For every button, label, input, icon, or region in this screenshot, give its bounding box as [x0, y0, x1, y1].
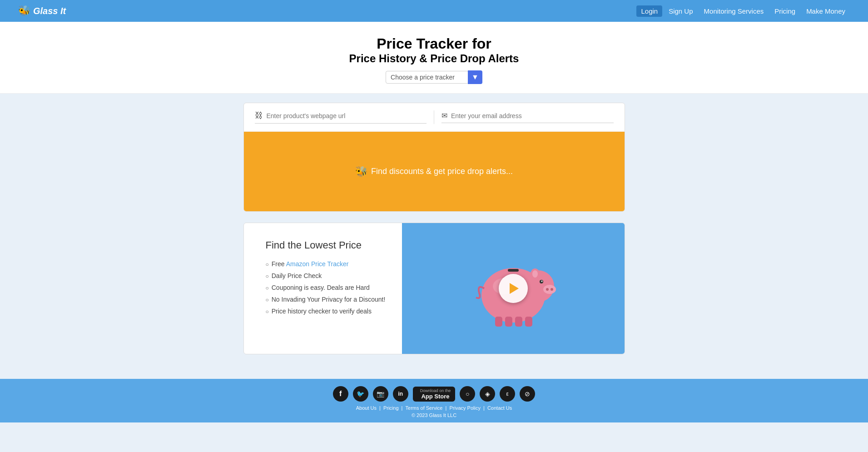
logo-bee-icon: 🐝: [18, 5, 30, 17]
url-input[interactable]: [267, 112, 427, 119]
footer-icons-row: f 🐦 📷 in Download on the App Store ○ ◈ ε…: [9, 386, 859, 402]
svg-rect-12: [515, 317, 522, 327]
lower-left-panel: Find the Lowest Price Free Amazon Price …: [244, 223, 402, 354]
orange-banner: 🐝 Find discounts & get price drop alerts…: [244, 132, 625, 211]
footer-copyright: © 2023 Glass It LLC: [9, 412, 859, 418]
nav-login[interactable]: Login: [636, 5, 662, 17]
orange-banner-label: Find discounts & get price drop alerts..…: [371, 167, 513, 176]
tracker-select-wrap: Choose a price tracker Amazon eBay Walma…: [386, 70, 482, 84]
email-input-group: ✉: [441, 111, 614, 123]
lower-heading: Find the Lowest Price: [266, 239, 386, 251]
instagram-icon[interactable]: 📷: [373, 386, 388, 402]
nav-monitoring[interactable]: Monitoring Services: [699, 5, 769, 17]
social5-icon[interactable]: ○: [460, 386, 475, 402]
play-triangle-icon: [510, 283, 519, 294]
footer-about-link[interactable]: About Us: [356, 405, 377, 411]
svg-point-5: [546, 288, 549, 291]
logo-text: Glass It: [33, 6, 66, 16]
social6-icon[interactable]: ◈: [480, 386, 495, 402]
linkedin-icon[interactable]: in: [393, 386, 408, 402]
video-play-button[interactable]: [499, 274, 528, 303]
main-nav: Login Sign Up Monitoring Services Pricin…: [636, 5, 850, 17]
svg-rect-10: [495, 317, 502, 327]
svg-point-8: [541, 281, 542, 282]
amazon-tracker-link[interactable]: Amazon Price Tracker: [286, 260, 349, 268]
feature-text-2: Daily Price Check: [272, 272, 322, 279]
email-input[interactable]: [451, 112, 614, 119]
nav-signup[interactable]: Sign Up: [664, 5, 697, 17]
site-footer: f 🐦 📷 in Download on the App Store ○ ◈ ε…: [0, 379, 868, 422]
list-item: Free Amazon Price Tracker: [266, 260, 386, 268]
app-store-label: App Store: [420, 393, 451, 400]
site-header: 🐝 Glass It Login Sign Up Monitoring Serv…: [0, 0, 868, 22]
footer-links-row: About Us | Pricing | Terms of Service | …: [9, 405, 859, 411]
svg-rect-11: [505, 317, 512, 327]
input-divider: [434, 110, 434, 124]
feature-text-5: Price history checker to verify deals: [272, 308, 372, 315]
url-input-group: ⛓: [255, 111, 427, 124]
nav-pricing[interactable]: Pricing: [770, 5, 800, 17]
svg-point-6: [551, 288, 553, 291]
svg-rect-9: [508, 269, 519, 272]
footer-terms-link[interactable]: Terms of Service: [406, 405, 443, 411]
feature-text-1: Free Amazon Price Tracker: [272, 260, 349, 268]
feature-text-4: No Invading Your Privacy for a Discount!: [272, 296, 386, 303]
app-store-text: Download on the App Store: [420, 388, 451, 400]
hero-section: Price Tracker for Price History & Price …: [0, 22, 868, 94]
list-item: Couponing is easy. Deals are Hard: [266, 284, 386, 291]
feature-text-3: Couponing is easy. Deals are Hard: [272, 284, 370, 291]
list-item: Price history checker to verify deals: [266, 308, 386, 315]
social7-icon[interactable]: ε: [500, 386, 515, 402]
link-icon: ⛓: [255, 111, 263, 120]
logo-link[interactable]: 🐝 Glass It: [18, 5, 66, 17]
facebook-icon[interactable]: f: [333, 386, 348, 402]
svg-point-3: [532, 270, 538, 278]
lower-section: Find the Lowest Price Free Amazon Price …: [243, 223, 625, 354]
download-on-label: Download on the: [420, 388, 451, 393]
tracker-select[interactable]: Choose a price tracker Amazon eBay Walma…: [386, 71, 469, 84]
bee-icon: 🐝: [355, 166, 367, 178]
svg-point-4: [543, 285, 556, 294]
input-row: ⛓ ✉: [244, 103, 625, 132]
nav-make-money[interactable]: Make Money: [802, 5, 850, 17]
list-item: No Invading Your Privacy for a Discount!: [266, 296, 386, 303]
select-dropdown-btn[interactable]: ▼: [468, 70, 482, 84]
list-item: Daily Price Check: [266, 272, 386, 279]
social8-icon[interactable]: ⊘: [520, 386, 535, 402]
main-card: ⛓ ✉ 🐝 Find discounts & get price drop al…: [243, 103, 625, 212]
footer-pricing-link[interactable]: Pricing: [383, 405, 399, 411]
app-store-button[interactable]: Download on the App Store: [413, 387, 456, 402]
lower-right-panel: [402, 223, 625, 354]
email-icon: ✉: [441, 111, 447, 120]
footer-privacy-link[interactable]: Privacy Policy: [449, 405, 480, 411]
content-area: ⛓ ✉ 🐝 Find discounts & get price drop al…: [0, 94, 868, 365]
svg-rect-13: [525, 317, 532, 327]
feature-list: Free Amazon Price Tracker Daily Price Ch…: [266, 260, 386, 315]
twitter-icon[interactable]: 🐦: [353, 386, 368, 402]
footer-contact-link[interactable]: Contact Us: [487, 405, 512, 411]
hero-title-line2: Price History & Price Drop Alerts: [9, 52, 859, 65]
hero-title-line1: Price Tracker for: [9, 35, 859, 52]
orange-banner-text: 🐝 Find discounts & get price drop alerts…: [355, 166, 513, 178]
